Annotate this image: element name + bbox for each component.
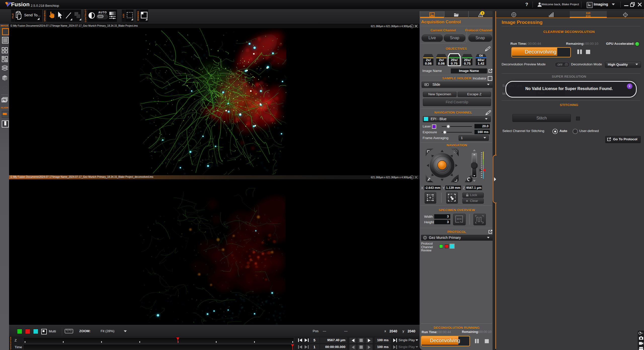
svg-text:W×H: W×H (457, 218, 461, 220)
